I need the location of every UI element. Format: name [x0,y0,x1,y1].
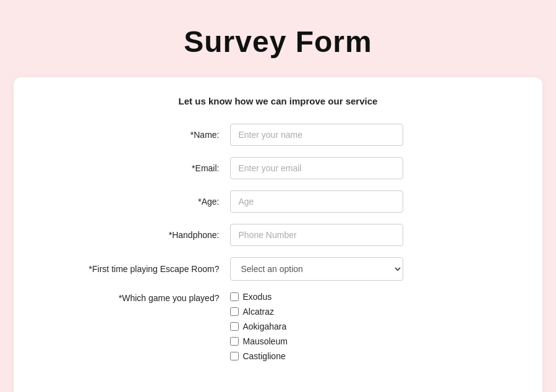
games-checkbox-group: Exodus Alcatraz Aokigahara Mausoleum Cas… [230,292,287,361]
checkbox-exodus-input[interactable] [230,292,239,301]
age-row: *Age: [38,190,517,213]
name-label: *Name: [38,130,230,140]
name-row: *Name: [38,124,517,146]
age-input[interactable] [230,190,403,213]
checkbox-castiglione-input[interactable] [230,352,239,360]
checkbox-castiglione-label: Castiglione [242,351,285,361]
checkbox-alcatraz-input[interactable] [230,307,239,316]
checkbox-castiglione[interactable]: Castiglione [230,351,287,361]
checkbox-exodus[interactable]: Exodus [230,292,287,302]
checkbox-alcatraz-label: Alcatraz [242,307,274,317]
handphone-row: *Handphone: [38,224,517,246]
checkbox-mausoleum[interactable]: Mausoleum [230,336,287,346]
email-label: *Email: [38,163,230,173]
escape-room-label: *First time playing Escape Room? [38,264,230,274]
page-title: Survey Form [12,25,544,59]
handphone-input[interactable] [230,224,403,246]
games-row: *Which game you played? Exodus Alcatraz … [38,292,517,361]
email-row: *Email: [38,157,517,179]
games-label: *Which game you played? [38,292,230,303]
checkbox-aokigahara-input[interactable] [230,322,239,331]
escape-room-select[interactable]: Select an option Yes No [230,257,403,281]
page-header: Survey Form [0,0,556,77]
email-input[interactable] [230,157,403,179]
checkbox-mausoleum-label: Mausoleum [242,336,287,346]
checkbox-exodus-label: Exodus [242,292,272,302]
handphone-label: *Handphone: [38,230,230,240]
checkbox-mausoleum-input[interactable] [230,337,239,346]
age-label: *Age: [38,197,230,207]
escape-room-row: *First time playing Escape Room? Select … [38,257,517,281]
name-input[interactable] [230,124,403,146]
checkbox-aokigahara-label: Aokigahara [242,322,286,331]
checkbox-alcatraz[interactable]: Alcatraz [230,307,287,317]
form-subtitle: Let us know how we can improve our servi… [38,96,517,106]
checkbox-aokigahara[interactable]: Aokigahara [230,322,287,331]
form-card: Let us know how we can improve our servi… [14,77,542,392]
